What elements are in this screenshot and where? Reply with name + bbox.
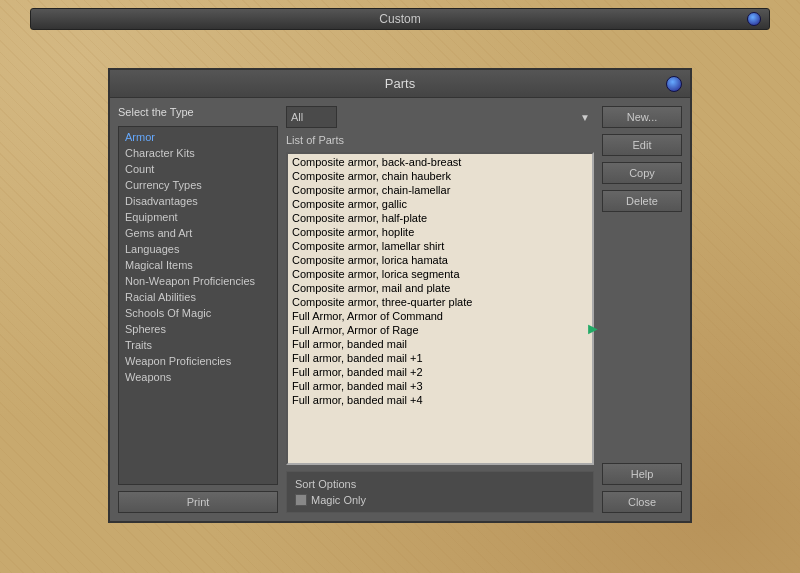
- dropdown-row: AllArmorWeaponShieldMisc ▼: [286, 106, 594, 128]
- print-button[interactable]: Print: [118, 491, 278, 513]
- right-panel: New... Edit Copy Delete Help Close: [602, 106, 682, 513]
- magic-only-label: Magic Only: [311, 494, 366, 506]
- type-list-item[interactable]: Equipment: [119, 209, 277, 225]
- type-list-item[interactable]: Languages: [119, 241, 277, 257]
- parts-list-item[interactable]: Full armor, banded mail +1: [288, 351, 592, 365]
- dialog-body: Select the Type ArmorCharacter KitsCount…: [110, 98, 690, 521]
- type-list-item[interactable]: Racial Abilities: [119, 289, 277, 305]
- new-button[interactable]: New...: [602, 106, 682, 128]
- select-type-label: Select the Type: [118, 106, 278, 118]
- list-of-parts-label: List of Parts: [286, 134, 594, 146]
- dropdown-arrow-icon: ▼: [580, 112, 590, 123]
- delete-button[interactable]: Delete: [602, 190, 682, 212]
- sort-options-label: Sort Options: [295, 478, 585, 490]
- type-list[interactable]: ArmorCharacter KitsCountCurrency TypesDi…: [118, 126, 278, 485]
- type-list-item[interactable]: Magical Items: [119, 257, 277, 273]
- type-list-item[interactable]: Character Kits: [119, 145, 277, 161]
- type-list-item[interactable]: Schools Of Magic: [119, 305, 277, 321]
- type-list-item[interactable]: Count: [119, 161, 277, 177]
- parts-list-item[interactable]: Composite armor, hoplite: [288, 225, 592, 239]
- type-list-item[interactable]: Traits: [119, 337, 277, 353]
- parts-list[interactable]: Composite armor, back-and-breastComposit…: [288, 154, 592, 463]
- dialog-header: Parts: [110, 70, 690, 98]
- parts-list-item[interactable]: Full Armor, Armor of Rage: [288, 323, 592, 337]
- sort-options-section: Sort Options Magic Only: [286, 471, 594, 513]
- main-dialog: Parts Select the Type ArmorCharacter Kit…: [108, 68, 692, 523]
- parts-list-item[interactable]: Composite armor, lorica hamata: [288, 253, 592, 267]
- type-list-item[interactable]: Armor: [119, 129, 277, 145]
- parts-list-item[interactable]: Full armor, banded mail +2: [288, 365, 592, 379]
- parts-list-item[interactable]: Full armor, banded mail +4: [288, 393, 592, 407]
- parts-list-item[interactable]: Composite armor, half-plate: [288, 211, 592, 225]
- parts-list-item[interactable]: Composite armor, lamellar shirt: [288, 239, 592, 253]
- title-bar-dot[interactable]: [747, 12, 761, 26]
- parts-list-item[interactable]: Full Armor, Armor of Command: [288, 309, 592, 323]
- type-list-item[interactable]: Currency Types: [119, 177, 277, 193]
- parts-list-item[interactable]: Composite armor, gallic: [288, 197, 592, 211]
- dropdown-wrapper: AllArmorWeaponShieldMisc ▼: [286, 106, 594, 128]
- type-list-item[interactable]: Non-Weapon Proficiencies: [119, 273, 277, 289]
- parts-list-item[interactable]: Composite armor, lorica segmenta: [288, 267, 592, 281]
- parts-list-item[interactable]: Composite armor, mail and plate: [288, 281, 592, 295]
- type-dropdown[interactable]: AllArmorWeaponShieldMisc: [286, 106, 337, 128]
- dialog-header-dot[interactable]: [666, 76, 682, 92]
- parts-list-item[interactable]: Full armor, banded mail +3: [288, 379, 592, 393]
- title-bar: Custom: [30, 8, 770, 30]
- close-button[interactable]: Close: [602, 491, 682, 513]
- left-panel: Select the Type ArmorCharacter KitsCount…: [118, 106, 278, 513]
- type-list-item[interactable]: Weapons: [119, 369, 277, 385]
- dialog-title: Parts: [385, 76, 415, 91]
- magic-only-checkbox[interactable]: [295, 494, 307, 506]
- type-list-item[interactable]: Spheres: [119, 321, 277, 337]
- help-button[interactable]: Help: [602, 463, 682, 485]
- parts-list-item[interactable]: Composite armor, chain-lamellar: [288, 183, 592, 197]
- copy-button[interactable]: Copy: [602, 162, 682, 184]
- title-label: Custom: [379, 12, 420, 26]
- magic-only-row: Magic Only: [295, 494, 585, 506]
- parts-list-item[interactable]: Composite armor, three-quarter plate: [288, 295, 592, 309]
- type-list-item[interactable]: Disadvantages: [119, 193, 277, 209]
- middle-panel: AllArmorWeaponShieldMisc ▼ List of Parts…: [286, 106, 594, 513]
- type-list-item[interactable]: Gems and Art: [119, 225, 277, 241]
- parts-list-item[interactable]: Composite armor, back-and-breast: [288, 155, 592, 169]
- type-list-item[interactable]: Weapon Proficiencies: [119, 353, 277, 369]
- parts-list-item[interactable]: Full armor, banded mail: [288, 337, 592, 351]
- parts-list-item[interactable]: Composite armor, chain hauberk: [288, 169, 592, 183]
- edit-button[interactable]: Edit: [602, 134, 682, 156]
- parts-list-container: Composite armor, back-and-breastComposit…: [286, 152, 594, 465]
